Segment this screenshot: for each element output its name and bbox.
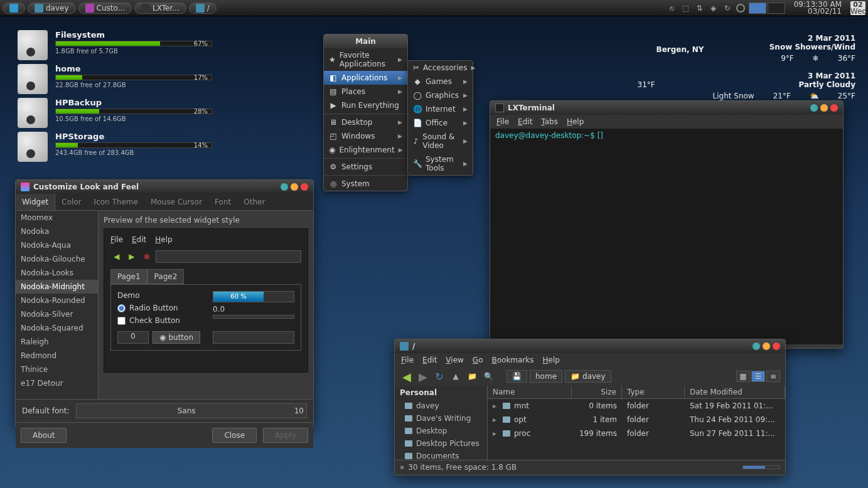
close-button[interactable]: [830, 104, 838, 112]
pager-desktop-2[interactable]: [768, 3, 785, 14]
theme-item[interactable]: Nodoka-Looks: [16, 266, 98, 280]
about-button[interactable]: About: [21, 428, 67, 443]
menu-help[interactable]: Help: [567, 117, 584, 126]
terminal-body[interactable]: davey@davey-desktop:~$ []: [490, 129, 843, 344]
theme-item[interactable]: Nodoka-Aqua: [16, 238, 98, 252]
pv-tab-page2[interactable]: Page2: [147, 269, 185, 284]
menu-places[interactable]: ▤Places▶: [324, 85, 407, 98]
tab-font[interactable]: Font: [208, 194, 237, 210]
file-row[interactable]: ▸opt 1 item folder Thu 24 Feb 2011 09:..…: [488, 413, 785, 427]
tab-icon-theme[interactable]: Icon Theme: [88, 194, 144, 210]
tab-color[interactable]: Color: [55, 194, 87, 210]
sidebar-item[interactable]: Documents: [395, 450, 487, 460]
up-button[interactable]: ▲: [449, 369, 463, 383]
theme-item[interactable]: Thinice: [16, 363, 98, 376]
stop-icon[interactable]: ⊗: [141, 250, 153, 263]
sidebar-item[interactable]: Desktop: [395, 425, 487, 437]
forward-button[interactable]: ▶: [416, 369, 430, 383]
combo-box[interactable]: [213, 331, 294, 344]
tab-other[interactable]: Other: [237, 194, 271, 210]
menu-desktop[interactable]: 🖥Desktop▶: [324, 115, 407, 129]
pv-tab-page1[interactable]: Page1: [110, 269, 147, 284]
tab-widget[interactable]: Widget: [16, 194, 55, 210]
menu-go[interactable]: Go: [473, 356, 483, 364]
pv-menu-help[interactable]: Help: [155, 235, 172, 244]
submenu-internet[interactable]: 🌐Internet▶: [408, 102, 473, 116]
menu-run[interactable]: ▶Run Everything: [324, 98, 407, 112]
submenu-accessories[interactable]: ✂Accessories▶: [408, 61, 473, 75]
breadcrumb-davey[interactable]: 📁davey: [565, 370, 611, 383]
menu-enlightenment[interactable]: ◉Enlightenment▶: [324, 143, 407, 157]
titlebar[interactable]: /: [395, 339, 785, 353]
menu-tabs[interactable]: Tabs: [541, 117, 558, 126]
back-icon[interactable]: ◀: [110, 250, 123, 263]
taskbar-item-lxterminal[interactable]: LXTer...: [134, 3, 186, 14]
menu-file[interactable]: File: [401, 356, 414, 364]
theme-item[interactable]: Raleigh: [16, 335, 98, 349]
expand-icon[interactable]: ▸: [493, 415, 499, 424]
new-folder-button[interactable]: 📁: [465, 369, 479, 383]
menu-bookmarks[interactable]: Bookmarks: [491, 356, 533, 364]
close-button[interactable]: [301, 183, 308, 191]
maximize-button[interactable]: [763, 342, 770, 350]
close-button[interactable]: Close: [212, 428, 257, 443]
menu-favorite-apps[interactable]: ★Favorite Applications▶: [324, 48, 407, 71]
theme-list[interactable]: Moomex Nodoka Nodoka-Aqua Nodoka-Gilouch…: [16, 211, 99, 399]
submenu-system-tools[interactable]: 🔧System Tools▶: [408, 152, 473, 175]
tray-icon[interactable]: ⎋: [667, 3, 677, 13]
col-date[interactable]: Date Modified: [685, 386, 785, 398]
sidebar-item[interactable]: Dave's Writing: [395, 412, 487, 425]
close-button[interactable]: [773, 342, 780, 350]
menu-settings[interactable]: ⚙Settings: [324, 160, 407, 174]
view-compact-button[interactable]: ≡: [766, 371, 780, 382]
menu-help[interactable]: Help: [543, 356, 560, 364]
pager-desktop-1[interactable]: [749, 3, 766, 14]
network-icon[interactable]: ⇅: [695, 3, 705, 13]
tab-mouse-cursor[interactable]: Mouse Cursor: [144, 194, 208, 210]
view-list-button[interactable]: ☰: [751, 371, 765, 382]
radio-button[interactable]: Radio Button: [117, 304, 200, 312]
minimize-button[interactable]: [753, 342, 760, 350]
file-row[interactable]: ▸proc 199 items folder Sun 27 Feb 2011 1…: [488, 427, 785, 440]
pv-menu-file[interactable]: File: [110, 235, 123, 244]
expand-all-icon[interactable]: »: [400, 463, 404, 472]
menu-file[interactable]: File: [496, 117, 509, 126]
theme-item[interactable]: Nodoka-Rounded: [16, 294, 98, 307]
menu-windows[interactable]: ◰Windows▶: [324, 129, 407, 143]
zoom-slider[interactable]: [742, 465, 780, 469]
calendar-widget[interactable]: 02 Wed: [850, 1, 865, 15]
taskbar-item-customize[interactable]: Custo...: [78, 3, 132, 14]
apply-button[interactable]: Apply: [263, 428, 308, 443]
power-icon[interactable]: [736, 4, 745, 13]
breadcrumb-home[interactable]: home: [530, 370, 562, 383]
minimize-button[interactable]: [281, 183, 288, 191]
menu-edit[interactable]: Edit: [422, 356, 437, 364]
submenu-sound-video[interactable]: ♪Sound & Video▶: [408, 130, 473, 152]
col-type[interactable]: Type: [622, 386, 685, 398]
taskbar-item-davey[interactable]: davey: [28, 3, 76, 14]
forward-icon[interactable]: ▶: [126, 250, 138, 263]
expand-icon[interactable]: ▸: [493, 401, 499, 410]
theme-item[interactable]: Redmond: [16, 349, 98, 363]
sidebar-item[interactable]: Desktop Pictures: [395, 437, 487, 450]
sync-icon[interactable]: ↻: [722, 3, 732, 13]
submenu-graphics[interactable]: ◯Graphics▶: [408, 88, 473, 102]
view-icons-button[interactable]: ▦: [736, 371, 750, 382]
theme-item[interactable]: Nodoka-Gilouche: [16, 252, 98, 266]
theme-item[interactable]: e17 Detour: [16, 376, 98, 390]
spin-button[interactable]: 0: [117, 331, 149, 344]
theme-item[interactable]: Nodoka-Squared: [16, 321, 98, 335]
start-button[interactable]: [3, 3, 25, 14]
minimize-button[interactable]: [810, 104, 818, 112]
col-name[interactable]: Name: [488, 386, 572, 398]
submenu-games[interactable]: ◆Games▶: [408, 75, 473, 88]
titlebar[interactable]: Customize Look and Feel: [16, 180, 313, 194]
expand-icon[interactable]: ▸: [493, 429, 499, 438]
reload-button[interactable]: ↻: [432, 369, 446, 383]
search-button[interactable]: 🔍: [481, 369, 495, 383]
theme-item-selected[interactable]: Nodoka-Midnight: [16, 280, 98, 294]
theme-item[interactable]: Nodoka-Silver: [16, 307, 98, 321]
pv-menu-edit[interactable]: Edit: [132, 235, 146, 244]
menu-applications[interactable]: ◧Applications▶: [324, 71, 407, 85]
pv-button[interactable]: ◉button: [153, 331, 200, 344]
